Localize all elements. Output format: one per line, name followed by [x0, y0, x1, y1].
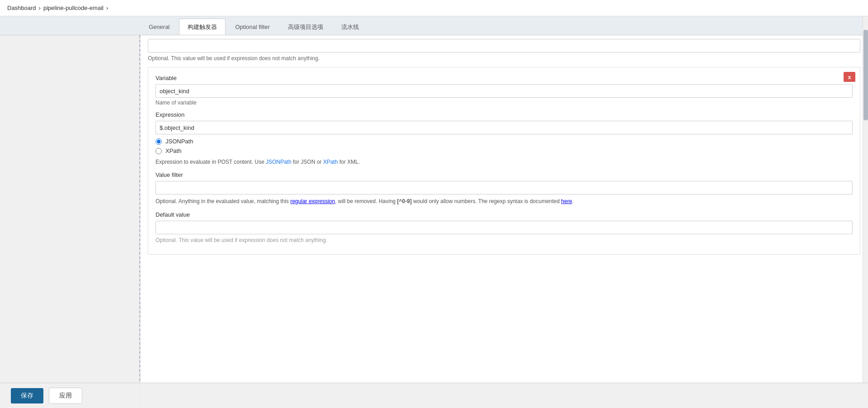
radio-jsonpath-item[interactable]: JSONPath — [156, 138, 853, 145]
variable-hint: Name of variable — [156, 100, 853, 106]
save-button[interactable]: 保存 — [11, 388, 43, 403]
default-value-label: Default value — [156, 211, 853, 218]
apply-button[interactable]: 应用 — [49, 388, 82, 404]
radio-jsonpath-label: JSONPath — [165, 138, 193, 145]
expression-section: Expression JSONPath XPath — [156, 111, 853, 166]
bottom-bar: 保存 应用 — [0, 383, 868, 408]
expression-note-suffix: for XML. — [338, 159, 360, 165]
value-filter-input[interactable] — [156, 181, 853, 195]
radio-jsonpath-input[interactable] — [156, 138, 162, 145]
radio-xpath-label: XPath — [165, 147, 181, 154]
expression-input[interactable] — [156, 121, 853, 134]
tab-general[interactable]: General — [140, 19, 178, 35]
left-panel — [0, 35, 140, 408]
variable-section: Variable Name of variable — [156, 75, 853, 106]
delete-variable-button[interactable]: x — [844, 72, 855, 82]
breadcrumb-sep1: › — [39, 5, 41, 11]
breadcrumb-current[interactable]: pipeline-pullcode-email — [43, 5, 104, 11]
tab-optional-filter[interactable]: Optional filter — [226, 19, 278, 35]
tab-advanced[interactable]: 高级项目选项 — [279, 19, 332, 35]
breadcrumb-root[interactable]: Dashboard — [7, 5, 36, 11]
xpath-link[interactable]: XPath — [323, 159, 338, 165]
filter-bold: [^0-9] — [397, 198, 411, 204]
expression-label: Expression — [156, 111, 853, 118]
tab-build-trigger[interactable]: 构建触发器 — [179, 19, 226, 35]
top-text-input[interactable] — [148, 39, 860, 52]
top-optional-note: Optional. This value will be used if exp… — [148, 55, 860, 62]
variable-input[interactable] — [156, 84, 853, 98]
filter-note-mid: , will be removed. Having — [335, 198, 397, 204]
expression-note: Expression to evaluate in POST content. … — [156, 158, 853, 166]
form-panel: Optional. This value will be used if exp… — [140, 35, 868, 408]
default-value-note: Optional. This value will be used if exp… — [156, 237, 853, 243]
filter-note-suffix: . — [572, 198, 573, 204]
expression-type-group: JSONPath XPath — [156, 138, 853, 154]
default-value-input[interactable] — [156, 221, 853, 234]
filter-note-prefix: Optional. Anything in the evaluated valu… — [156, 198, 290, 204]
top-input-area: Optional. This value will be used if exp… — [141, 35, 868, 67]
variable-block: x Variable Name of variable Expression — [148, 67, 860, 255]
content-area: Optional. This value will be used if exp… — [0, 35, 868, 408]
radio-xpath-item[interactable]: XPath — [156, 147, 853, 154]
regexp-link[interactable]: regular expression — [290, 198, 335, 204]
value-filter-section: Value filter Optional. Anything in the e… — [156, 171, 853, 206]
variable-label: Variable — [156, 75, 853, 81]
jsonpath-link[interactable]: JSONPath — [266, 159, 292, 165]
main-wrapper: General 构建触发器 Optional filter 高级项目选项 流水线… — [0, 16, 868, 408]
tab-bar: General 构建触发器 Optional filter 高级项目选项 流水线 — [0, 16, 868, 35]
breadcrumb-bar: Dashboard › pipeline-pullcode-email › — [0, 0, 868, 16]
scrollbar-thumb[interactable] — [863, 30, 868, 120]
tab-pipeline[interactable]: 流水线 — [333, 19, 368, 35]
expression-note-prefix: Expression to evaluate in POST content. … — [156, 159, 266, 165]
expression-note-mid: for JSON or — [292, 159, 323, 165]
filter-note: Optional. Anything in the evaluated valu… — [156, 197, 853, 206]
breadcrumb-sep2: › — [106, 5, 108, 11]
scrollbar[interactable] — [863, 16, 868, 408]
radio-xpath-input[interactable] — [156, 148, 162, 154]
default-value-section: Default value Optional. This value will … — [156, 211, 853, 243]
value-filter-label: Value filter — [156, 171, 853, 178]
filter-note-mid2: would only allow numbers. The regexp syn… — [412, 198, 561, 204]
here-link[interactable]: here — [561, 198, 572, 204]
